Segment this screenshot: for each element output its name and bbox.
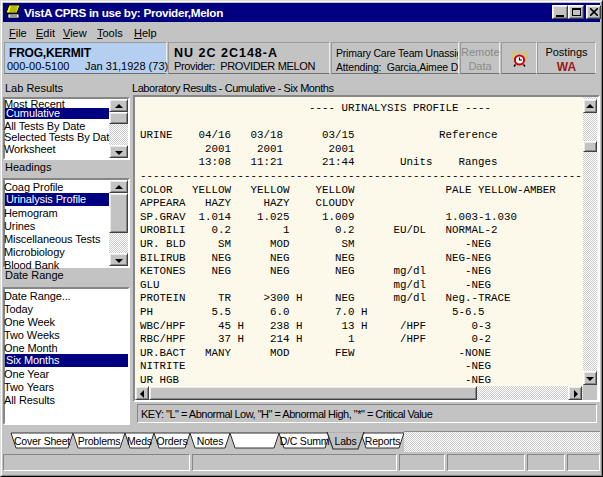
svg-text:D/C Summ: D/C Summ	[280, 435, 330, 447]
svg-text:Reports: Reports	[365, 435, 400, 447]
svg-text:Meds: Meds	[127, 435, 152, 447]
svg-text:Notes: Notes	[197, 435, 223, 447]
svg-text:Labs: Labs	[335, 435, 357, 447]
svg-text:Problems: Problems	[78, 435, 121, 447]
svg-text:Cover Sheet: Cover Sheet	[14, 435, 70, 447]
svg-text:Orders: Orders	[157, 435, 188, 447]
